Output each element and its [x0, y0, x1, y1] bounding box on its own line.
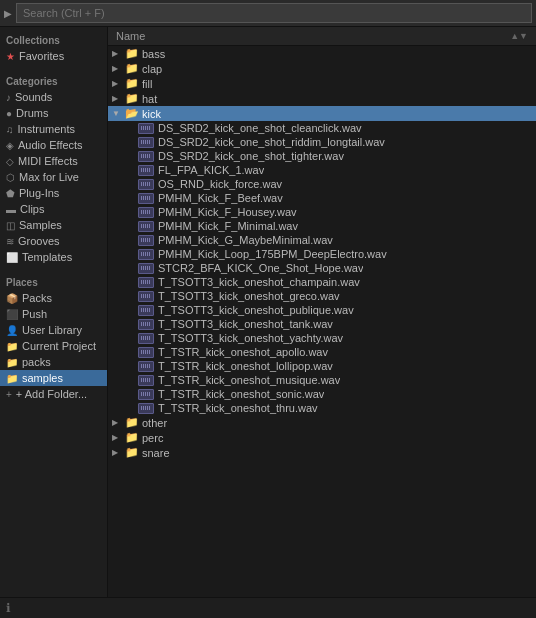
instruments-label: Instruments [18, 123, 75, 135]
sidebar-item-current-project[interactable]: 📁 Current Project [0, 338, 107, 354]
current-project-icon: 📁 [6, 341, 18, 352]
folder-bass[interactable]: ▶ 📁 bass [108, 46, 536, 61]
file-row[interactable]: T_TSOTT3_kick_oneshot_yachty.wav [108, 331, 536, 345]
clap-arrow: ▶ [112, 64, 122, 73]
sidebar-item-samples[interactable]: ◫ Samples [0, 217, 107, 233]
sidebar-item-favorites[interactable]: ★ Favorites [0, 48, 107, 64]
sidebar-item-drums[interactable]: ● Drums [0, 105, 107, 121]
sidebar-item-midi-effects[interactable]: ◇ MIDI Effects [0, 153, 107, 169]
file-row[interactable]: T_TSOTT3_kick_oneshot_tank.wav [108, 317, 536, 331]
other-folder-label: other [142, 417, 167, 429]
wav-file-icon [138, 151, 154, 162]
file-name-label: PMHM_Kick_F_Housey.wav [158, 206, 297, 218]
file-row[interactable]: FL_FPA_KICK_1.wav [108, 163, 536, 177]
folder-snare[interactable]: ▶ 📁 snare [108, 445, 536, 460]
wav-file-icon [138, 193, 154, 204]
file-name-label: T_TSOTT3_kick_oneshot_tank.wav [158, 318, 333, 330]
file-row[interactable]: T_TSTR_kick_oneshot_apollo.wav [108, 345, 536, 359]
file-name-label: T_TSOTT3_kick_oneshot_greco.wav [158, 290, 340, 302]
sidebar-item-plugins[interactable]: ⬟ Plug-Ins [0, 185, 107, 201]
file-row[interactable]: T_TSOTT3_kick_oneshot_greco.wav [108, 289, 536, 303]
scroll-indicator: ▲▼ [510, 31, 528, 41]
file-name-label: DS_SRD2_kick_one_shot_riddim_longtail.wa… [158, 136, 385, 148]
plugins-icon: ⬟ [6, 188, 15, 199]
samples-folder-label: samples [22, 372, 63, 384]
categories-label: Categories [0, 72, 107, 89]
perc-arrow: ▶ [112, 433, 122, 442]
sidebar-item-templates[interactable]: ⬜ Templates [0, 249, 107, 265]
wav-file-icon [138, 263, 154, 274]
wav-file-icon [138, 319, 154, 330]
file-row[interactable]: DS_SRD2_kick_one_shot_cleanclick.wav [108, 121, 536, 135]
sidebar-item-samples-folder[interactable]: 📁 samples [0, 370, 107, 386]
user-library-icon: 👤 [6, 325, 18, 336]
file-name-label: PMHM_Kick_F_Beef.wav [158, 192, 283, 204]
hat-folder-icon: 📁 [125, 92, 139, 105]
sidebar-item-user-library[interactable]: 👤 User Library [0, 322, 107, 338]
packs-folder-label: packs [22, 356, 51, 368]
audio-effects-icon: ◈ [6, 140, 14, 151]
folder-clap[interactable]: ▶ 📁 clap [108, 61, 536, 76]
file-name-label: T_TSOTT3_kick_oneshot_yachty.wav [158, 332, 343, 344]
file-name-label: T_TSTR_kick_oneshot_thru.wav [158, 402, 318, 414]
wav-file-icon [138, 221, 154, 232]
wav-file-icon [138, 333, 154, 344]
fill-arrow: ▶ [112, 79, 122, 88]
sidebar-item-sounds[interactable]: ♪ Sounds [0, 89, 107, 105]
perc-folder-icon: 📁 [125, 431, 139, 444]
folder-fill[interactable]: ▶ 📁 fill [108, 76, 536, 91]
sidebar-item-packs[interactable]: 📦 Packs [0, 290, 107, 306]
file-name-label: PMHM_Kick_G_MaybeMinimal.wav [158, 234, 333, 246]
file-row[interactable]: PMHM_Kick_F_Beef.wav [108, 191, 536, 205]
clips-label: Clips [20, 203, 44, 215]
folder-perc[interactable]: ▶ 📁 perc [108, 430, 536, 445]
info-icon[interactable]: ℹ [6, 601, 11, 615]
file-row[interactable]: T_TSTR_kick_oneshot_sonic.wav [108, 387, 536, 401]
file-row[interactable]: T_TSTR_kick_oneshot_thru.wav [108, 401, 536, 415]
file-row[interactable]: T_TSOTT3_kick_oneshot_champain.wav [108, 275, 536, 289]
file-row[interactable]: PMHM_Kick_F_Minimal.wav [108, 219, 536, 233]
play-button[interactable]: ▶ [4, 8, 12, 19]
grooves-icon: ≋ [6, 236, 14, 247]
folder-kick[interactable]: ▼ 📂 kick [108, 106, 536, 121]
favorites-label: Favorites [19, 50, 64, 62]
file-row[interactable]: T_TSOTT3_kick_oneshot_publique.wav [108, 303, 536, 317]
sidebar-item-audio-effects[interactable]: ◈ Audio Effects [0, 137, 107, 153]
name-column-header: Name [116, 30, 145, 42]
templates-icon: ⬜ [6, 252, 18, 263]
file-row[interactable]: T_TSTR_kick_oneshot_musique.wav [108, 373, 536, 387]
folder-other[interactable]: ▶ 📁 other [108, 415, 536, 430]
sounds-label: Sounds [15, 91, 52, 103]
file-header: Name ▲▼ [108, 27, 536, 46]
folder-hat[interactable]: ▶ 📁 hat [108, 91, 536, 106]
sidebar-item-max-for-live[interactable]: ⬡ Max for Live [0, 169, 107, 185]
samples-icon: ◫ [6, 220, 15, 231]
kick-arrow: ▼ [112, 109, 122, 118]
max-for-live-icon: ⬡ [6, 172, 15, 183]
add-folder-icon: + [6, 389, 12, 400]
search-input[interactable] [16, 3, 532, 23]
sidebar-item-packs-folder[interactable]: 📁 packs [0, 354, 107, 370]
sidebar-item-add-folder[interactable]: + + Add Folder... [0, 386, 107, 402]
sidebar-item-instruments[interactable]: ♫ Instruments [0, 121, 107, 137]
packs-label: Packs [22, 292, 52, 304]
wav-file-icon [138, 137, 154, 148]
file-row[interactable]: PMHM_Kick_F_Housey.wav [108, 205, 536, 219]
file-row[interactable]: DS_SRD2_kick_one_shot_riddim_longtail.wa… [108, 135, 536, 149]
wav-file-icon [138, 403, 154, 414]
file-row[interactable]: T_TSTR_kick_oneshot_lollipop.wav [108, 359, 536, 373]
sidebar-item-push[interactable]: ⬛ Push [0, 306, 107, 322]
file-row[interactable]: DS_SRD2_kick_one_shot_tighter.wav [108, 149, 536, 163]
file-name-label: T_TSOTT3_kick_oneshot_publique.wav [158, 304, 354, 316]
packs-icon: 📦 [6, 293, 18, 304]
kick-folder-label: kick [142, 108, 161, 120]
templates-label: Templates [22, 251, 72, 263]
sidebar-item-grooves[interactable]: ≋ Grooves [0, 233, 107, 249]
clips-icon: ▬ [6, 204, 16, 215]
file-row[interactable]: STCR2_BFA_KICK_One_Shot_Hope.wav [108, 261, 536, 275]
file-name-label: T_TSTR_kick_oneshot_musique.wav [158, 374, 340, 386]
file-row[interactable]: PMHM_Kick_Loop_175BPM_DeepElectro.wav [108, 247, 536, 261]
file-row[interactable]: OS_RND_kick_force.wav [108, 177, 536, 191]
file-row[interactable]: PMHM_Kick_G_MaybeMinimal.wav [108, 233, 536, 247]
sidebar-item-clips[interactable]: ▬ Clips [0, 201, 107, 217]
